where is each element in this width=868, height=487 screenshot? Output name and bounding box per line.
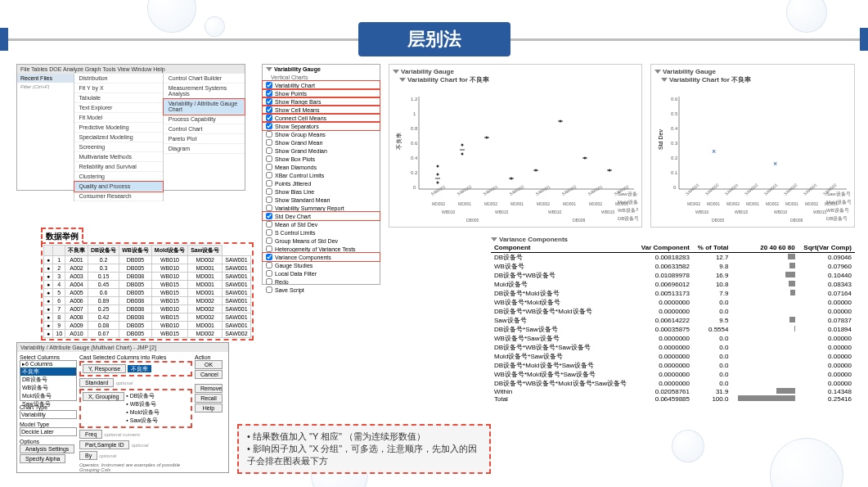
recall-button[interactable]: Recall — [195, 394, 223, 403]
svg-text:MD001: MD001 — [785, 201, 798, 206]
svg-text:0.6: 0.6 — [671, 97, 678, 101]
submenu-item[interactable]: Variability / Attribute Gauge Chart — [164, 99, 245, 115]
vg-option[interactable]: S Control Limits — [263, 228, 380, 237]
svg-text:DB设备号: DB设备号 — [826, 216, 848, 221]
menubar[interactable]: File Tables DOE Analyze Graph Tools View… — [17, 65, 245, 74]
svg-text:Saw设备号: Saw设备号 — [618, 192, 638, 196]
chart2-svg: Std Dev 0.60.50.40.30.20.10 ×× SAW001SAW… — [654, 84, 851, 228]
x-grouping-btn[interactable]: X, Grouping — [83, 392, 124, 401]
recent-label: Recent Files — [17, 74, 74, 83]
svg-text:WB设备号: WB设备号 — [618, 208, 638, 213]
svg-text:SAW001: SAW001 — [483, 184, 499, 196]
vg-option[interactable]: Show Grand Median — [263, 147, 380, 155]
svg-text:MD001: MD001 — [563, 201, 576, 206]
analyze-item[interactable]: Distribution — [74, 74, 163, 83]
submenu-item[interactable]: Control Chart Builder — [164, 74, 245, 83]
svg-text:0: 0 — [673, 185, 677, 190]
vg-option[interactable]: Connect Cell Means — [263, 114, 380, 122]
svg-text:×: × — [712, 147, 716, 156]
note-box: • 结果数值加入 "Y 相应" （需为连续形数值） • 影响因子加入 "X 分组… — [237, 424, 491, 474]
svg-text:0.4: 0.4 — [411, 156, 418, 160]
analyze-item[interactable]: Tabulate — [74, 93, 163, 103]
y-response-btn[interactable]: Y, Response — [83, 364, 126, 373]
svg-text:MD002: MD002 — [766, 201, 779, 206]
vg-option[interactable]: Group Means of Std Dev — [263, 237, 380, 245]
svg-text:0: 0 — [413, 185, 416, 190]
ok-button[interactable]: OK — [195, 360, 223, 369]
svg-text:0.5: 0.5 — [671, 111, 678, 116]
submenu-item[interactable]: Process Capability — [164, 115, 245, 124]
analyze-menu[interactable]: DistributionFit Y by XTabulateText Explo… — [74, 74, 164, 201]
svg-text:SAW002: SAW002 — [561, 184, 578, 196]
vg-option[interactable]: Std Dev Chart — [263, 212, 380, 220]
qp-submenu[interactable]: Control Chart BuilderMeasurement Systems… — [164, 74, 245, 201]
submenu-item[interactable]: Pareto Plot — [164, 134, 245, 144]
vg-option[interactable]: Variability Chart — [263, 81, 380, 89]
vg-option[interactable]: Mean of Std Dev — [263, 220, 380, 228]
vg-option[interactable]: Show Separators — [263, 122, 380, 130]
data-example: 不良率DB设备号WB设备号Mold设备号Saw设备号●1A0010.2DB005… — [41, 242, 254, 340]
submenu-item[interactable]: Measurement Systems Analysis — [164, 83, 245, 99]
analyze-item[interactable]: Predictive Modeling — [74, 123, 163, 133]
filter-label: Filter (Ctrl+F) — [17, 83, 74, 91]
svg-point-13 — [461, 153, 464, 156]
vg-option[interactable]: Show Box Plots — [263, 155, 380, 163]
svg-text:SAW001: SAW001 — [430, 184, 447, 196]
vg-option[interactable]: Redo — [263, 277, 380, 286]
help-button[interactable]: Help — [195, 404, 223, 413]
title-bar: 层别法 — [0, 23, 868, 56]
vg-option[interactable]: Show Range Bars — [263, 97, 380, 106]
analysis-settings-btn[interactable]: Analysis Settings — [20, 444, 74, 453]
page-title: 层别法 — [358, 22, 510, 56]
svg-text:DB008: DB008 — [790, 218, 803, 223]
svg-text:WB设备号: WB设备号 — [826, 208, 849, 213]
analyze-item[interactable]: Reliability and Survival — [74, 162, 163, 172]
vg-option[interactable]: Gauge Studies — [263, 261, 380, 269]
vg-option[interactable]: Show Group Means — [263, 130, 380, 138]
svg-text:SAW001: SAW001 — [535, 184, 551, 196]
svg-point-11 — [437, 165, 439, 168]
vg-option[interactable]: Save Script — [263, 286, 380, 294]
vg-option[interactable]: XBar Control Limits — [263, 171, 380, 179]
analyze-item[interactable]: Fit Y by X — [74, 83, 163, 93]
jmp-main-window: File Tables DOE Analyze Graph Tools View… — [16, 64, 245, 191]
analyze-item[interactable]: Fit Model — [74, 113, 163, 123]
svg-text:0.2: 0.2 — [671, 156, 678, 160]
vg-option[interactable]: Show Standard Mean — [263, 196, 380, 204]
vag-dialog: Variability / Attribute Gauge (Multivari… — [16, 342, 229, 473]
analyze-item[interactable]: Clustering — [74, 172, 163, 182]
svg-text:DB设备号: DB设备号 — [618, 216, 638, 221]
analyze-item[interactable]: Screening — [74, 142, 163, 152]
analyze-item[interactable]: Multivariate Methods — [74, 152, 163, 162]
remove-button[interactable]: Remove — [195, 384, 223, 393]
variance-components: Variance Components ComponentVar Compone… — [491, 236, 855, 403]
vg-option[interactable]: Show Cell Means — [263, 106, 380, 114]
cancel-button[interactable]: Cancel — [195, 370, 223, 379]
vg-option[interactable]: Show Points — [263, 89, 380, 97]
vg-option[interactable]: Variability Summary Report — [263, 204, 380, 212]
vg-option[interactable]: Local Data Filter — [263, 269, 380, 277]
svg-text:MD002: MD002 — [687, 201, 700, 206]
vg-option[interactable]: Points Jittered — [263, 179, 380, 187]
vg-option[interactable]: Show Grand Mean — [263, 138, 380, 147]
vg-option[interactable]: Variance Components — [263, 253, 380, 261]
svg-text:WB015: WB015 — [601, 210, 615, 214]
specify-alpha-btn[interactable]: Specify Alpha — [20, 454, 65, 463]
analyze-item[interactable]: Quality and Process — [74, 182, 163, 192]
svg-text:0.2: 0.2 — [411, 170, 418, 175]
svg-text:WB015: WB015 — [735, 210, 749, 214]
submenu-item[interactable]: Control Chart — [164, 124, 245, 134]
analyze-item[interactable]: Text Explorer — [74, 103, 163, 113]
analyze-item[interactable]: Consumer Research — [74, 192, 163, 201]
svg-text:MD002: MD002 — [484, 201, 497, 206]
vg-option[interactable]: Show Bias Line — [263, 187, 380, 196]
svg-text:MD002: MD002 — [589, 201, 602, 206]
svg-text:WB015: WB015 — [495, 210, 509, 214]
svg-text:WB010: WB010 — [548, 210, 562, 214]
vg-option[interactable]: Mean Diamonds — [263, 163, 380, 171]
analyze-item[interactable]: Specialized Modeling — [74, 133, 163, 142]
svg-text:0.6: 0.6 — [411, 141, 418, 146]
submenu-item[interactable]: Diagram — [164, 144, 245, 154]
svg-text:WB010: WB010 — [442, 210, 456, 214]
vg-option[interactable]: Heterogeneity of Variance Tests — [263, 245, 380, 253]
